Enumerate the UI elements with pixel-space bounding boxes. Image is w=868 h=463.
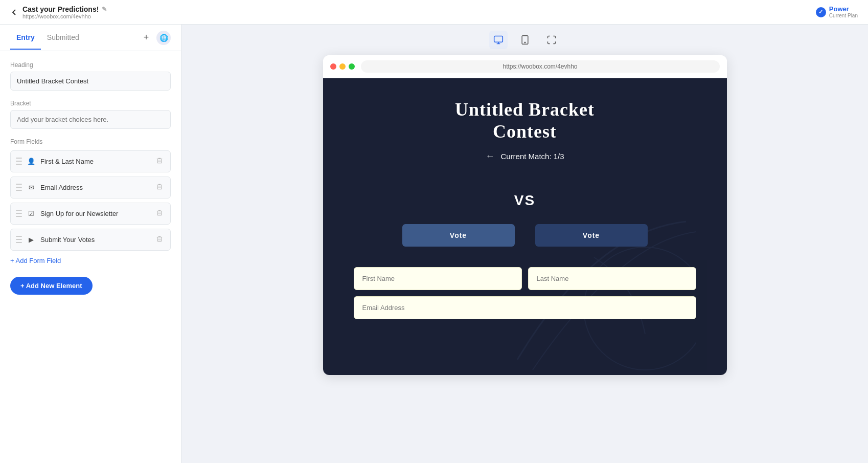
contest-title: Untitled Bracket Contest (333, 99, 717, 143)
page-title-area: Cast your Predictions! ✎ https://woobox.… (22, 5, 107, 19)
device-toolbar (489, 25, 561, 55)
form-field-first-last-name: 👤 First & Last Name (10, 150, 171, 172)
left-panel: Entry Submitted + 🌐 Heading Bracket Form… (0, 25, 181, 463)
svg-point-2 (524, 42, 526, 43)
delete-field-email-address[interactable] (154, 182, 165, 193)
right-preview: https://woobox.com/4evhho Untitled Brack… (181, 25, 868, 463)
heading-group: Heading (10, 61, 171, 91)
desktop-device-button[interactable] (489, 31, 508, 49)
last-name-preview-input[interactable] (528, 267, 696, 290)
bracket-input[interactable] (10, 110, 171, 129)
form-fields-label: Form Fields (10, 138, 171, 145)
edit-icon[interactable]: ✎ (102, 6, 107, 13)
check-circle-icon: ✓ (816, 7, 826, 17)
page-url: https://woobox.com/4evhho (22, 13, 107, 19)
bracket-group: Bracket (10, 100, 171, 129)
email-preview-input[interactable] (354, 296, 696, 319)
back-button[interactable] (10, 8, 18, 16)
contest-header: Untitled Bracket Contest ← Current Match… (323, 78, 727, 172)
drag-handle[interactable] (16, 236, 22, 244)
match-nav: ← Current Match: 1/3 (333, 151, 717, 162)
match-prev-arrow[interactable]: ← (485, 151, 494, 162)
add-form-field-button[interactable]: + Add Form Field (10, 255, 61, 267)
field-icon-submit-votes: ▶ (26, 235, 36, 245)
page-title: Cast your Predictions! ✎ (22, 5, 107, 13)
power-label: Power Current Plan (829, 5, 858, 19)
bracket-label: Bracket (10, 100, 171, 107)
drag-handle[interactable] (16, 158, 22, 166)
form-field-submit-votes: ▶ Submit Your Votes (10, 229, 171, 251)
tab-entry[interactable]: Entry (10, 26, 41, 50)
browser-window: https://woobox.com/4evhho Untitled Brack… (323, 55, 727, 375)
heading-input[interactable] (10, 72, 171, 91)
first-name-preview-input[interactable] (354, 267, 522, 290)
drag-handle[interactable] (16, 184, 22, 192)
form-fields-list: 👤 First & Last Name ✉ Email Address (10, 150, 171, 251)
field-icon-first-last-name: 👤 (26, 157, 36, 167)
name-row (354, 267, 696, 290)
form-field-email-address: ✉ Email Address (10, 177, 171, 199)
panel-content: Heading Bracket Form Fields 👤 First & La… (0, 51, 181, 463)
tablet-device-button[interactable] (516, 31, 534, 49)
preview-form (323, 257, 727, 329)
form-field-newsletter: ☑ Sign Up for our Newsletter (10, 203, 171, 225)
tab-submitted[interactable]: Submitted (41, 26, 85, 50)
delete-field-submit-votes[interactable] (154, 234, 165, 245)
tabs-actions: + 🌐 (140, 31, 171, 45)
svg-rect-0 (494, 36, 502, 42)
dot-yellow (339, 63, 346, 70)
field-icon-newsletter: ☑ (26, 209, 36, 219)
globe-button[interactable]: 🌐 (156, 31, 171, 45)
browser-chrome: https://woobox.com/4evhho (323, 55, 727, 78)
vote-left-button[interactable]: Vote (402, 224, 515, 247)
top-bar: Cast your Predictions! ✎ https://woobox.… (0, 0, 868, 25)
add-element-button[interactable]: + Add New Element (10, 277, 93, 295)
tabs: Entry Submitted (10, 26, 85, 49)
top-bar-right: ✓ Power Current Plan (816, 5, 858, 19)
tabs-bar: Entry Submitted + 🌐 (0, 25, 181, 51)
browser-dots (330, 63, 355, 70)
drag-handle[interactable] (16, 210, 22, 218)
field-name-first-last-name: First & Last Name (40, 158, 150, 165)
dot-red (330, 63, 336, 70)
power-badge: ✓ Power Current Plan (816, 5, 858, 19)
vs-label: VS (514, 192, 535, 209)
field-icon-email-address: ✉ (26, 183, 36, 193)
dot-green (349, 63, 355, 70)
add-tab-button[interactable]: + (140, 32, 152, 44)
heading-label: Heading (10, 61, 171, 69)
top-bar-left: Cast your Predictions! ✎ https://woobox.… (10, 5, 107, 19)
browser-url: https://woobox.com/4evhho (361, 60, 720, 73)
preview-content: Untitled Bracket Contest ← Current Match… (323, 78, 727, 375)
fullscreen-button[interactable] (542, 31, 561, 49)
field-name-newsletter: Sign Up for our Newsletter (40, 210, 150, 217)
vote-right-button[interactable]: Vote (535, 224, 648, 247)
field-name-email-address: Email Address (40, 184, 150, 191)
field-name-submit-votes: Submit Your Votes (40, 236, 150, 244)
vs-section: VS (323, 172, 727, 219)
delete-field-newsletter[interactable] (154, 208, 165, 219)
delete-field-first-last-name[interactable] (154, 156, 165, 167)
vote-buttons: Vote Vote (323, 219, 727, 257)
main-layout: Entry Submitted + 🌐 Heading Bracket Form… (0, 25, 868, 463)
